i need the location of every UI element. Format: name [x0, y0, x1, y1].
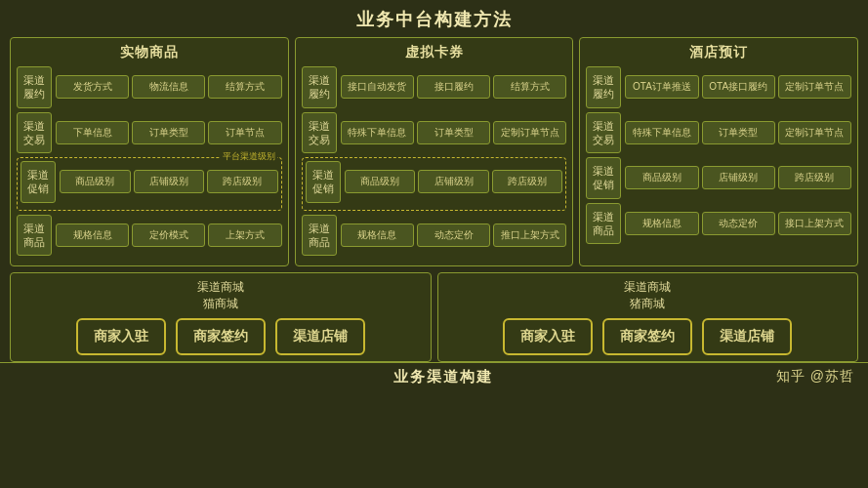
cell-virtual-card-3-1: 动态定价 — [417, 224, 490, 247]
cell-physical-goods-0-2: 结算方式 — [208, 75, 281, 99]
cell-hotel-booking-1-1: 订单类型 — [702, 121, 775, 144]
footer-center: 业务渠道构建 — [111, 368, 776, 386]
dashed-area-physical-goods-2: 平台渠道级别渠道 促销商品级别店铺级别跨店级别 — [17, 157, 282, 211]
dashed-label: 平台渠道级别 — [221, 150, 277, 163]
footer-right: 知乎 @苏哲 — [776, 368, 854, 386]
cells-virtual-card-3: 规格信息动态定价推口上架方式 — [341, 224, 567, 247]
cell-hotel-booking-0-2: 定制订单节点 — [778, 75, 851, 99]
row-label-physical-goods-0: 渠道 履约 — [17, 66, 52, 108]
row-label-hotel-booking-2: 渠道 促销 — [586, 157, 621, 199]
row-group-virtual-card-0: 渠道 履约接口自动发货接口履约结算方式 — [302, 66, 567, 108]
cell-physical-goods-1-1: 订单类型 — [132, 121, 205, 144]
cell-physical-goods-2-1: 店铺级别 — [134, 170, 205, 193]
bottom-btn-channel-mall-right-2[interactable]: 渠道店铺 — [702, 318, 792, 355]
section-title-virtual-card: 虚拟卡券 — [302, 44, 567, 61]
cells-physical-goods-1: 下单信息订单类型订单节点 — [56, 121, 282, 144]
row-label-hotel-booking-3: 渠道 商品 — [586, 203, 621, 245]
cell-hotel-booking-3-2: 接口上架方式 — [778, 212, 851, 235]
section-title-physical-goods: 实物商品 — [17, 44, 282, 61]
cells-physical-goods-2: 商品级别店铺级别跨店级别 — [60, 170, 278, 193]
cells-virtual-card-2: 商品级别店铺级别跨店级别 — [345, 170, 563, 193]
bottom-title-channel-mall-left: 渠道商城猫商城 — [197, 279, 244, 312]
row-group-virtual-card-1: 渠道 交易特殊下单信息订单类型定制订单节点 — [302, 112, 567, 154]
row-group-hotel-booking-0: 渠道 履约OTA订单推送OTA接口履约定制订单节点 — [586, 66, 851, 108]
bottom-title-channel-mall-right: 渠道商城猪商城 — [624, 279, 671, 312]
row-label-physical-goods-2: 渠道 促销 — [21, 161, 56, 203]
section-title-hotel-booking: 酒店预订 — [586, 44, 851, 61]
row-label-hotel-booking-1: 渠道 交易 — [586, 112, 621, 154]
row-group-virtual-card-3: 渠道 商品规格信息动态定价推口上架方式 — [302, 215, 567, 257]
cell-physical-goods-3-0: 规格信息 — [56, 224, 129, 247]
bottom-btn-channel-mall-right-0[interactable]: 商家入驻 — [503, 318, 593, 355]
cell-virtual-card-2-0: 商品级别 — [345, 170, 416, 193]
cell-physical-goods-0-1: 物流信息 — [132, 75, 205, 99]
bottom-btn-channel-mall-right-1[interactable]: 商家签约 — [602, 318, 692, 355]
cell-virtual-card-1-2: 定制订单节点 — [493, 121, 566, 144]
bottom-row: 渠道商城猫商城商家入驻商家签约渠道店铺渠道商城猪商城商家入驻商家签约渠道店铺 — [10, 272, 858, 362]
cell-virtual-card-3-0: 规格信息 — [341, 224, 414, 247]
cells-virtual-card-0: 接口自动发货接口履约结算方式 — [341, 75, 567, 99]
cells-virtual-card-1: 特殊下单信息订单类型定制订单节点 — [341, 121, 567, 144]
cell-virtual-card-0-1: 接口履约 — [417, 75, 490, 99]
bottom-btn-channel-mall-left-2[interactable]: 渠道店铺 — [275, 318, 365, 355]
cell-physical-goods-2-2: 跨店级别 — [207, 170, 278, 193]
row-label-virtual-card-3: 渠道 商品 — [302, 215, 337, 257]
cell-hotel-booking-1-0: 特殊下单信息 — [625, 121, 698, 144]
bottom-buttons-channel-mall-left: 商家入驻商家签约渠道店铺 — [76, 318, 365, 355]
cell-hotel-booking-2-0: 商品级别 — [625, 166, 698, 189]
row-group-virtual-card-2: 渠道 促销商品级别店铺级别跨店级别 — [306, 161, 563, 203]
cell-physical-goods-3-2: 上架方式 — [208, 224, 281, 247]
cell-hotel-booking-3-0: 规格信息 — [625, 212, 698, 235]
cell-physical-goods-2-0: 商品级别 — [60, 170, 131, 193]
row-group-hotel-booking-2: 渠道 促销商品级别店铺级别跨店级别 — [586, 157, 851, 199]
row-label-virtual-card-0: 渠道 履约 — [302, 66, 337, 108]
cell-virtual-card-2-2: 跨店级别 — [492, 170, 563, 193]
bottom-buttons-channel-mall-right: 商家入驻商家签约渠道店铺 — [503, 318, 792, 355]
section-hotel-booking: 酒店预订渠道 履约OTA订单推送OTA接口履约定制订单节点渠道 交易特殊下单信息… — [579, 37, 858, 266]
cell-virtual-card-1-0: 特殊下单信息 — [341, 121, 414, 144]
cell-virtual-card-1-1: 订单类型 — [417, 121, 490, 144]
cells-hotel-booking-0: OTA订单推送OTA接口履约定制订单节点 — [625, 75, 851, 99]
row-group-hotel-booking-3: 渠道 商品规格信息动态定价接口上架方式 — [586, 203, 851, 245]
bottom-btn-channel-mall-left-0[interactable]: 商家入驻 — [76, 318, 166, 355]
row-label-hotel-booking-0: 渠道 履约 — [586, 66, 621, 108]
cell-virtual-card-0-0: 接口自动发货 — [341, 75, 414, 99]
cell-hotel-booking-0-0: OTA订单推送 — [625, 75, 698, 99]
row-group-physical-goods-0: 渠道 履约发货方式物流信息结算方式 — [17, 66, 282, 108]
row-label-physical-goods-1: 渠道 交易 — [17, 112, 52, 154]
cell-hotel-booking-3-1: 动态定价 — [702, 212, 775, 235]
row-group-physical-goods-2: 渠道 促销商品级别店铺级别跨店级别 — [21, 161, 278, 203]
cells-physical-goods-3: 规格信息定价模式上架方式 — [56, 224, 282, 247]
row-group-hotel-booking-1: 渠道 交易特殊下单信息订单类型定制订单节点 — [586, 112, 851, 154]
row-label-virtual-card-2: 渠道 促销 — [306, 161, 341, 203]
bottom-section-channel-mall-left: 渠道商城猫商城商家入驻商家签约渠道店铺 — [10, 272, 432, 362]
top-row: 实物商品渠道 履约发货方式物流信息结算方式渠道 交易下单信息订单类型订单节点平台… — [10, 37, 858, 266]
row-group-physical-goods-3: 渠道 商品规格信息定价模式上架方式 — [17, 215, 282, 257]
cell-virtual-card-2-1: 店铺级别 — [418, 170, 489, 193]
page-title: 业务中台构建方法 — [0, 0, 868, 37]
cell-physical-goods-3-1: 定价模式 — [132, 224, 205, 247]
bottom-btn-channel-mall-left-1[interactable]: 商家签约 — [176, 318, 266, 355]
cells-hotel-booking-1: 特殊下单信息订单类型定制订单节点 — [625, 121, 851, 144]
bottom-section-channel-mall-right: 渠道商城猪商城商家入驻商家签约渠道店铺 — [437, 272, 859, 362]
cell-physical-goods-1-2: 订单节点 — [208, 121, 281, 144]
cells-physical-goods-0: 发货方式物流信息结算方式 — [56, 75, 282, 99]
dashed-area-virtual-card-2: 渠道 促销商品级别店铺级别跨店级别 — [302, 157, 567, 211]
cell-physical-goods-1-0: 下单信息 — [56, 121, 129, 144]
row-group-physical-goods-1: 渠道 交易下单信息订单类型订单节点 — [17, 112, 282, 154]
row-label-virtual-card-1: 渠道 交易 — [302, 112, 337, 154]
cell-physical-goods-0-0: 发货方式 — [56, 75, 129, 99]
cell-virtual-card-0-2: 结算方式 — [493, 75, 566, 99]
cell-hotel-booking-2-1: 店铺级别 — [702, 166, 775, 189]
main-content: 实物商品渠道 履约发货方式物流信息结算方式渠道 交易下单信息订单类型订单节点平台… — [0, 37, 868, 362]
cell-hotel-booking-0-1: OTA接口履约 — [702, 75, 775, 99]
section-virtual-card: 虚拟卡券渠道 履约接口自动发货接口履约结算方式渠道 交易特殊下单信息订单类型定制… — [295, 37, 574, 266]
row-label-physical-goods-3: 渠道 商品 — [17, 215, 52, 257]
footer: 业务渠道构建 知乎 @苏哲 — [0, 362, 868, 391]
cell-virtual-card-3-2: 推口上架方式 — [493, 224, 566, 247]
cell-hotel-booking-1-2: 定制订单节点 — [778, 121, 851, 144]
section-physical-goods: 实物商品渠道 履约发货方式物流信息结算方式渠道 交易下单信息订单类型订单节点平台… — [10, 37, 289, 266]
cell-hotel-booking-2-2: 跨店级别 — [778, 166, 851, 189]
cells-hotel-booking-3: 规格信息动态定价接口上架方式 — [625, 212, 851, 235]
cells-hotel-booking-2: 商品级别店铺级别跨店级别 — [625, 166, 851, 189]
